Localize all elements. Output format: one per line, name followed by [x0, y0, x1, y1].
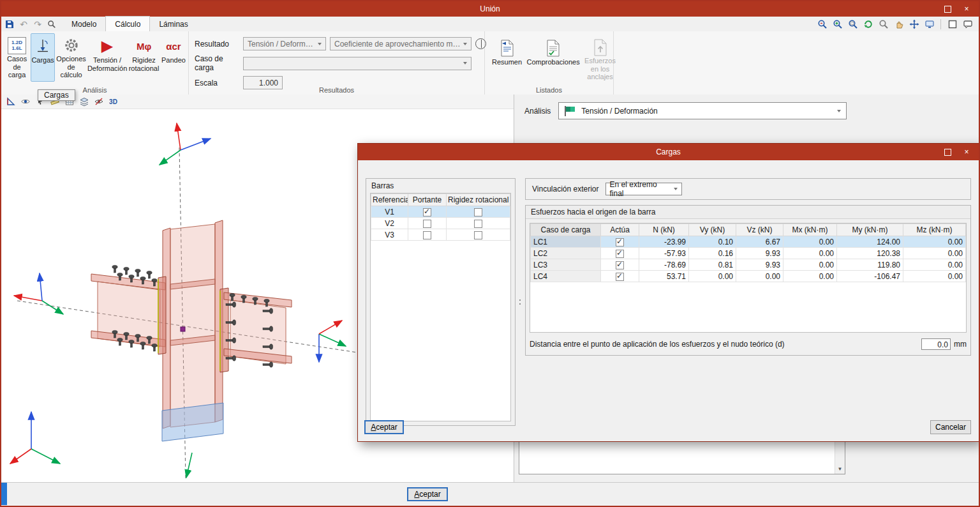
loads-column: Vinculación exterior En el extremo final… [525, 178, 971, 356]
barra-row[interactable]: V1 [371, 206, 510, 218]
portante-checkbox[interactable] [423, 220, 431, 228]
distancia-input[interactable]: 0.0 [921, 338, 951, 350]
mx-value: 0.00 [783, 271, 837, 282]
barra-row[interactable]: V2 [371, 218, 510, 229]
pan-button[interactable] [893, 18, 905, 30]
load-case-row[interactable]: LC3 -78.69 0.81 9.93 0.00 119.80 0.00 [531, 259, 966, 271]
dialog-cancel-button[interactable]: Cancelar [930, 420, 971, 434]
buckling-button[interactable]: αcr Pandeo [161, 33, 186, 82]
barra-ref[interactable]: V1 [371, 206, 408, 218]
load-case-name[interactable]: LC3 [531, 259, 601, 271]
3d-view-button[interactable]: 3D [108, 96, 119, 107]
panel-splitter[interactable] [517, 178, 523, 426]
scroll-down-button[interactable]: ▼ [835, 464, 845, 474]
rigidez-checkbox[interactable] [474, 220, 482, 228]
barra-row[interactable]: V3 [371, 229, 510, 241]
rigidez-checkbox[interactable] [474, 231, 482, 239]
header-my[interactable]: My (kN·m) [837, 224, 903, 236]
actua-checkbox[interactable] [616, 273, 624, 281]
barra-ref[interactable]: V3 [371, 229, 408, 241]
my-value: 120.38 [837, 248, 903, 259]
maximize-icon [944, 149, 951, 156]
zoom-window-button[interactable] [847, 18, 859, 30]
status-accent [1, 483, 7, 505]
dialog-titlebar[interactable]: Cargas × [358, 144, 979, 160]
titlebar[interactable]: Unión × [1, 1, 979, 17]
portante-checkbox[interactable] [423, 231, 431, 239]
hidden-elements-button[interactable] [93, 96, 104, 107]
analysis-combo[interactable]: Tensión / Deformación [558, 102, 847, 119]
actua-checkbox[interactable] [616, 261, 624, 269]
tab-calculo[interactable]: Cálculo [105, 16, 150, 31]
dialog-body: Barras Referencia Portante Rigidez rotac… [358, 160, 979, 441]
resultado-combo[interactable]: Tensión / Deformación [243, 37, 326, 50]
calc-options-button[interactable]: Opciones de cálculo [55, 33, 87, 82]
search-button[interactable] [45, 18, 59, 31]
comprobaciones-button[interactable]: Comprobaciones [526, 35, 581, 84]
orbit-icon [20, 96, 31, 107]
caso-carga-combo[interactable] [243, 57, 471, 70]
header-caso[interactable]: Caso de carga [531, 224, 601, 236]
rigidez-checkbox[interactable] [474, 208, 482, 216]
save-button[interactable] [3, 18, 17, 31]
resumen-button[interactable]: Resumen [491, 35, 523, 84]
layers-icon [79, 96, 89, 107]
actua-checkbox[interactable] [616, 238, 624, 246]
annotations-button[interactable] [961, 18, 974, 30]
dialog-accept-button[interactable]: Aceptar [364, 420, 404, 434]
header-actua[interactable]: Actúa [601, 224, 639, 236]
orbit-button[interactable] [20, 96, 31, 107]
undo-button[interactable]: ↶ [17, 18, 31, 31]
header-vz[interactable]: Vz (kN) [736, 224, 783, 236]
load-case-name[interactable]: LC1 [531, 236, 601, 248]
regen-button[interactable] [862, 18, 874, 30]
zoom-realtime-icon [817, 19, 828, 29]
ribbon-tabs: Modelo Cálculo Láminas [63, 17, 197, 31]
screenshot-button[interactable] [923, 18, 935, 30]
header-mz[interactable]: Mz (kN·m) [903, 224, 966, 236]
maximize-view-button[interactable] [946, 18, 958, 30]
zoom-in-button[interactable] [831, 18, 843, 30]
load-cases-button[interactable]: 1.2D1.6L Casos de carga [3, 33, 31, 82]
dialog-close-button[interactable]: × [957, 144, 976, 160]
anchors-report-button[interactable]: Esfuerzos en los anclajes [583, 35, 617, 84]
load-case-name[interactable]: LC2 [531, 248, 601, 259]
tab-laminas[interactable]: Láminas [150, 17, 197, 31]
cargas-button[interactable]: Cargas [31, 33, 55, 82]
portante-checkbox[interactable] [423, 208, 431, 216]
barra-ref[interactable]: V2 [371, 218, 408, 229]
load-cases-table-box: Caso de carga Actúa N (kN) Vy (kN) Vz (k… [530, 223, 967, 333]
layers-button[interactable] [78, 96, 89, 107]
coeficiente-combo[interactable]: Coeficiente de aprovechamiento máximo [330, 37, 471, 50]
actua-checkbox[interactable] [616, 250, 624, 258]
load-case-name[interactable]: LC4 [531, 271, 601, 282]
tab-modelo[interactable]: Modelo [63, 17, 105, 31]
zoom-extents-button[interactable] [908, 18, 920, 30]
ribbon: 1.2D1.6L Casos de carga Cargas Opciones … [1, 31, 979, 95]
vinculacion-box: Vinculación exterior En el extremo final [525, 178, 971, 200]
run-analysis-button[interactable]: ▶ Tensión / Deformación [87, 33, 127, 82]
header-n[interactable]: N (kN) [639, 224, 689, 236]
vinculacion-combo[interactable]: En el extremo final [605, 183, 682, 195]
load-case-row[interactable]: LC2 -57.93 0.16 9.93 0.00 120.38 0.00 [531, 248, 966, 259]
load-case-row[interactable]: LC4 53.71 0.00 0.00 0.00 -106.47 0.00 [531, 271, 966, 282]
mz-value: 0.00 [903, 236, 966, 248]
axes-button[interactable] [5, 96, 16, 107]
maximize-button[interactable] [938, 1, 957, 17]
rotational-stiffness-button[interactable]: Mφ Rigidez rotacional [127, 33, 161, 82]
zoom-previous-button[interactable] [877, 18, 889, 30]
dialog-maximize-button[interactable] [938, 144, 957, 160]
zoom-realtime-button[interactable] [816, 18, 828, 30]
redo-button[interactable]: ↷ [31, 18, 45, 31]
loads-icon [35, 36, 50, 56]
close-button[interactable]: × [957, 1, 976, 17]
load-case-row[interactable]: LC1 -23.99 0.10 6.67 0.00 124.00 0.00 [531, 236, 966, 248]
group-label-listados: Listados [485, 86, 613, 94]
accept-button[interactable]: Aceptar [407, 487, 448, 501]
header-mx[interactable]: Mx (kN·m) [783, 224, 837, 236]
vy-value: 0.16 [689, 248, 736, 259]
header-vy[interactable]: Vy (kN) [689, 224, 736, 236]
vy-value: 0.10 [689, 236, 736, 248]
window-title: Unión [480, 4, 500, 13]
resultado-label: Resultado [195, 40, 243, 49]
